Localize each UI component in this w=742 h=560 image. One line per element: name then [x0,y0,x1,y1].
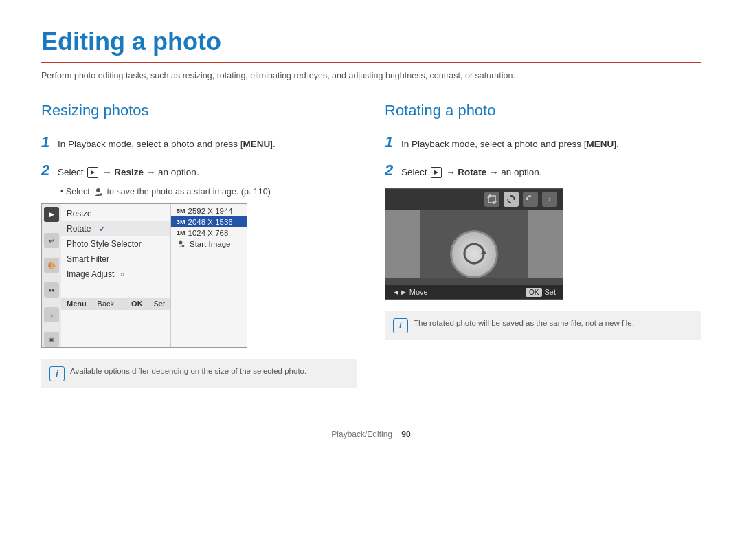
audio-icon-box: ♪ [44,307,59,322]
right-gray [528,210,563,278]
note-icon-rotate: i [393,318,408,333]
svg-point-3 [182,245,185,247]
rotate-step1-number: 1 [385,131,397,153]
play-icon-box: ▶ [44,207,59,222]
side-menu: 5M 2592 X 1944 3M 2048 X 1536 1M 1024 X … [171,204,247,347]
menu-item-image-adjust: Image Adjust » [61,267,170,282]
rotate-ccw-icon [523,192,538,207]
size-option-3m: 3M 2048 X 1536 [171,216,247,227]
resize-step1: 1 In Playback mode, select a photo and p… [41,131,357,153]
rotate-note-text: The rotated photo will be saved as the s… [414,317,634,328]
resizing-section: Resizing photos 1 In Playback mode, sele… [41,102,357,389]
page-title: Editing a photo [41,27,701,56]
svg-point-1 [100,193,102,196]
main-content: Resizing photos 1 In Playback mode, sele… [41,102,701,389]
rotate-screenshot-inner: › ◄► Move [385,189,563,299]
rotate-cw-icon [504,192,519,207]
right-arrow-icon: › [542,192,557,207]
rotate-bottom-bar: ◄► Move OK Set [385,285,563,299]
rotate-circle-button [450,230,498,278]
footer-page-number: 90 [401,429,410,439]
move-nav: ◄► Move [392,288,428,296]
menu-item-smart-filter: Smart Filter [61,251,170,267]
size-option-start: Start Image [171,238,247,249]
rotate-step2: 2 Select → Rotate → an option. [385,159,701,181]
resize-note-box: i Available options differ depending on … [41,359,357,388]
menu-icons-col: ▶ ↩ 🎨 ●● ♪ ▣ [42,204,61,347]
size-option-5m: 5M 2592 X 1944 [171,205,247,216]
rotate-screenshot: › ◄► Move [385,188,563,300]
svg-point-2 [179,241,183,245]
resize-menu-screenshot: ▶ ↩ 🎨 ●● ♪ ▣ Resize Rotate ✓ Photo Style… [41,203,247,348]
ok-set: OK Set [526,288,556,296]
video-icon-box: ▣ [44,332,59,347]
menu-item-photo-style: Photo Style Selector [61,236,170,251]
rotate-note-box: i The rotated photo will be saved as the… [385,311,701,340]
resizing-title: Resizing photos [41,102,357,120]
rotate-top-bar: › [385,189,563,210]
menu-item-rotate: Rotate ✓ [61,221,170,236]
svg-marker-11 [481,249,486,254]
filter-icon-box: ●● [44,282,59,298]
play-icon-rotate [431,167,442,178]
rotate-step1-text: In Playback mode, select a photo and pre… [401,137,701,151]
page-footer: Playback/Editing 90 [41,429,701,439]
resize-step1-number: 1 [41,131,54,153]
resize-bullet: Select to save the photo as a start imag… [60,187,357,197]
page-subtitle: Perform photo editing tasks, such as res… [41,69,701,82]
resize-step2-number: 2 [41,159,54,181]
main-menu: Resize Rotate ✓ Photo Style Selector Sma… [61,204,171,347]
resize-step2-text: Select → Resize → an option. [58,166,357,179]
rotate-step1: 1 In Playback mode, select a photo and p… [385,131,701,153]
resize-note-text: Available options differ depending on th… [70,366,306,377]
rotate-step2-text: Select → Rotate → an option. [401,166,701,179]
resize-step1-text: In Playback mode, select a photo and pre… [58,137,357,151]
menu-item-resize: Resize [61,206,170,221]
rotating-section: Rotating a photo 1 In Playback mode, sel… [385,102,701,389]
play-icon-resize [87,167,98,178]
menu-bottom-bar: Menu Back OK Set [61,298,170,310]
title-divider [41,62,701,63]
note-icon-resize: i [49,366,65,381]
size-option-1m: 1M 1024 X 768 [171,227,247,238]
rotating-title: Rotating a photo [385,102,701,120]
footer-section: Playback/Editing [331,429,392,439]
left-gray [385,210,420,278]
svg-point-0 [96,188,100,192]
rotate-step2-number: 2 [385,159,397,181]
menu-items: Resize Rotate ✓ Photo Style Selector Sma… [61,204,170,298]
resize-step2: 2 Select → Resize → an option. [41,159,357,181]
crop-icon [484,192,499,207]
style-icon-box: 🎨 [44,258,59,273]
rotate-icon-box: ↩ [44,233,59,248]
